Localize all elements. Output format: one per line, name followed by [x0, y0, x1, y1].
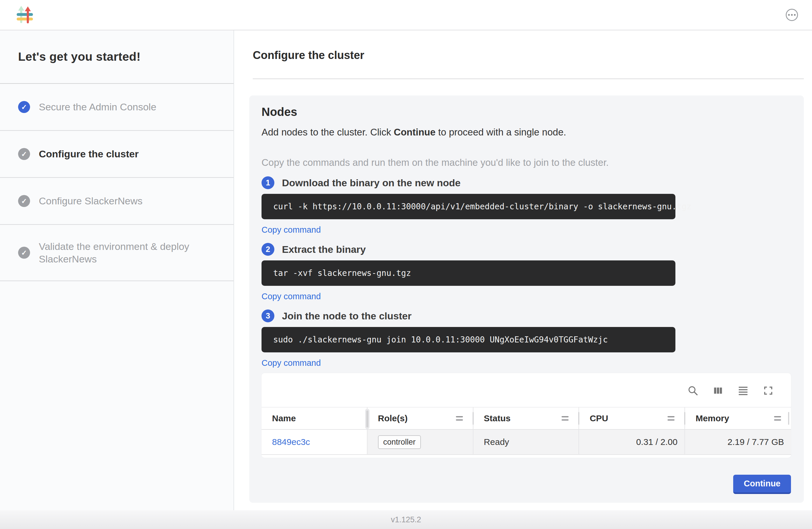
- column-resize-handle[interactable]: [578, 412, 579, 425]
- node-cpu-cell: 0.31 / 2.00: [579, 430, 685, 455]
- step-number-badge: 2: [262, 243, 274, 256]
- check-circle-pending-icon: ✓: [18, 247, 30, 259]
- sidebar-item-configure-slackernews[interactable]: ✓ Configure SlackerNews: [0, 178, 233, 225]
- main-content: Configure the cluster Nodes Add nodes to…: [234, 30, 812, 510]
- app-footer: v1.125.2: [0, 510, 812, 529]
- sidebar-item-configure-cluster[interactable]: ✓ Configure the cluster: [0, 131, 233, 178]
- column-header-cpu[interactable]: CPU: [579, 407, 685, 430]
- node-name-link[interactable]: 8849ec3c: [272, 437, 310, 447]
- node-memory-cell: 2.19 / 7.77 GB: [685, 430, 791, 455]
- column-resize-handle[interactable]: [473, 412, 474, 425]
- nodes-heading: Nodes: [262, 105, 791, 118]
- column-menu-icon[interactable]: [774, 416, 781, 421]
- join-step-2: 2 Extract the binary tar -xvf slackernew…: [262, 243, 791, 301]
- column-header-status[interactable]: Status: [474, 407, 579, 430]
- sidebar-heading: Let's get you started!: [18, 50, 141, 63]
- sidebar-item-label: Validate the environment & deploy Slacke…: [39, 240, 202, 265]
- check-circle-pending-icon: ✓: [18, 195, 30, 207]
- step-number-badge: 3: [262, 310, 274, 322]
- step-number-badge: 1: [262, 176, 274, 189]
- nodes-card: Nodes Add nodes to the cluster. Click Co…: [249, 96, 804, 503]
- density-icon[interactable]: [737, 385, 749, 397]
- slackernews-logo-icon: [16, 5, 33, 24]
- continue-button[interactable]: Continue: [733, 475, 791, 494]
- title-divider: [253, 78, 804, 79]
- step-title: Download the binary on the new node: [282, 177, 461, 189]
- nodes-table: Name Role(s) Status: [262, 407, 791, 458]
- search-icon[interactable]: [687, 385, 699, 397]
- step-title: Extract the binary: [282, 244, 366, 255]
- top-header-bar: [0, 0, 812, 30]
- command-code-block: curl -k https://10.0.0.11:30000/api/v1/e…: [262, 194, 676, 219]
- node-name-cell: 8849ec3c: [262, 430, 367, 455]
- check-circle-pending-icon: ✓: [18, 148, 30, 160]
- sidebar-item-validate-deploy[interactable]: ✓ Validate the environment & deploy Slac…: [0, 225, 233, 281]
- copy-commands-helper-text: Copy the commands and run them on the ma…: [262, 157, 791, 168]
- table-toolbar: [262, 373, 791, 407]
- nodes-table-panel: Name Role(s) Status: [262, 373, 791, 458]
- copy-command-link[interactable]: Copy command: [262, 292, 321, 301]
- column-resize-handle[interactable]: [788, 412, 789, 425]
- column-header-roles[interactable]: Role(s): [367, 407, 474, 430]
- overflow-menu-button[interactable]: [786, 9, 798, 21]
- node-roles-cell: controller: [367, 430, 474, 455]
- step-title: Join the node to the cluster: [282, 310, 411, 322]
- sidebar-item-label: Configure SlackerNews: [39, 195, 142, 207]
- column-resize-handle[interactable]: [684, 412, 685, 425]
- columns-icon[interactable]: [712, 385, 724, 397]
- command-code-block: sudo ./slackernews-gnu join 10.0.0.11:30…: [262, 327, 676, 352]
- column-header-memory[interactable]: Memory: [685, 407, 791, 430]
- column-resize-handle[interactable]: [365, 409, 369, 429]
- sidebar-item-label: Configure the cluster: [39, 148, 139, 160]
- column-menu-icon[interactable]: [668, 416, 675, 421]
- setup-steps-sidebar: Let's get you started! ✓ Secure the Admi…: [0, 30, 234, 510]
- column-header-name[interactable]: Name: [262, 407, 367, 430]
- role-chip: controller: [378, 435, 421, 449]
- sidebar-heading-block: Let's get you started!: [0, 30, 233, 84]
- column-menu-icon[interactable]: [562, 416, 569, 421]
- page-title: Configure the cluster: [253, 49, 804, 61]
- app-version: v1.125.2: [391, 515, 421, 524]
- copy-command-link[interactable]: Copy command: [262, 225, 321, 235]
- command-code-block: tar -xvf slackernews-gnu.tgz: [262, 260, 676, 286]
- copy-command-link[interactable]: Copy command: [262, 358, 321, 368]
- sidebar-item-secure-admin-console[interactable]: ✓ Secure the Admin Console: [0, 84, 233, 131]
- table-header-row: Name Role(s) Status: [262, 407, 791, 430]
- check-circle-complete-icon: ✓: [18, 101, 30, 113]
- table-row: 8849ec3c controller Ready 0.31 / 2.00 2.…: [262, 430, 791, 455]
- nodes-intro-text: Add nodes to the cluster. Click Continue…: [262, 127, 791, 138]
- join-step-1: 1 Download the binary on the new node cu…: [262, 176, 791, 235]
- ellipsis-icon: [788, 14, 790, 16]
- node-status-cell: Ready: [474, 430, 579, 455]
- column-menu-icon[interactable]: [456, 416, 463, 421]
- fullscreen-icon[interactable]: [763, 385, 774, 397]
- sidebar-item-label: Secure the Admin Console: [39, 101, 157, 113]
- join-step-3: 3 Join the node to the cluster sudo ./sl…: [262, 310, 791, 368]
